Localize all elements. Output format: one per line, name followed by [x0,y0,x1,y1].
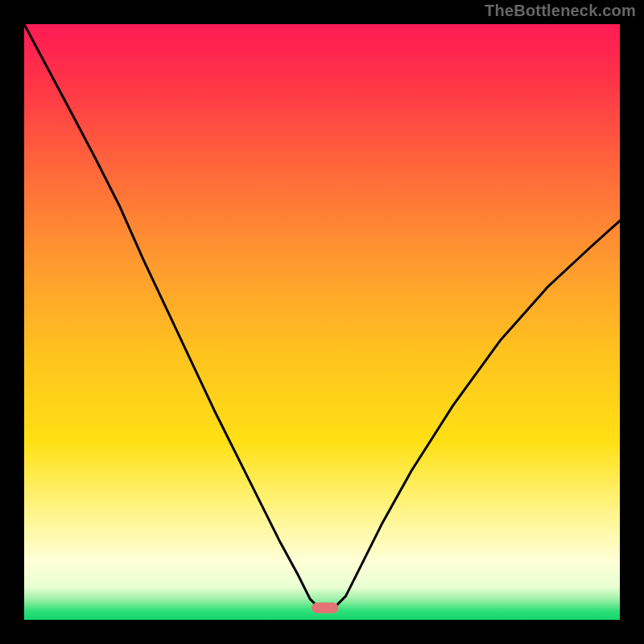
gradient-background [24,24,620,620]
minimum-marker [312,603,338,613]
bottleneck-chart [24,24,620,620]
plot-area [24,24,620,620]
chart-frame: TheBottleneck.com [0,0,644,644]
watermark-text: TheBottleneck.com [485,2,636,20]
